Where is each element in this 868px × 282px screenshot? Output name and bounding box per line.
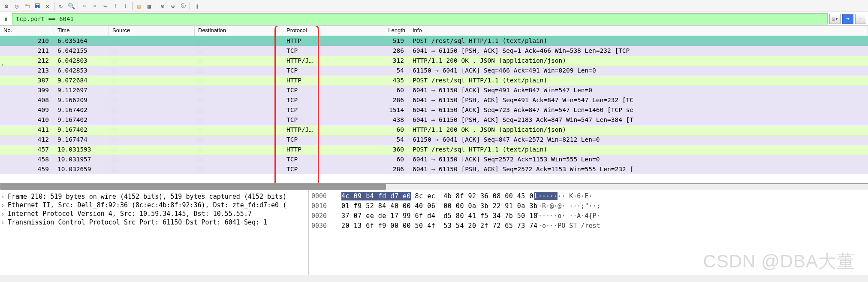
packet-bytes-pane[interactable]: 00004c 09 b4 fd d7 e0 8c ec 4b 8f 92 36 … xyxy=(309,190,868,275)
toolbar-separator xyxy=(132,2,133,10)
packet-row[interactable]: 45910.032659——TCP2866041 → 61150 [PSH, A… xyxy=(0,164,868,174)
column-header-time[interactable]: Time xyxy=(54,26,109,36)
scrollbar-thumb[interactable] xyxy=(0,184,386,190)
column-header-protocol[interactable]: Protocol xyxy=(283,26,323,36)
autoscroll-icon[interactable]: ▤ xyxy=(134,1,144,11)
goto-last-icon[interactable]: ⤓ xyxy=(121,1,130,11)
packet-list-header: No. Time Source Destination Protocol Len… xyxy=(0,26,868,36)
tree-tcp-row[interactable]: ›Transmission Control Protocol Src Port:… xyxy=(2,218,307,227)
packet-row[interactable]: 4129.167474——TCP5461150 → 6041 [ACK] Seq… xyxy=(0,135,868,145)
details-panes: ›Frame 210: 519 bytes on wire (4152 bits… xyxy=(0,190,868,275)
toolbar-separator xyxy=(190,2,190,10)
circle-icon[interactable]: ◎ xyxy=(12,1,21,11)
main-toolbar: ⚙ ◎ 🗀 🖬 ✕ ↻ 🔍 ⬅ ➡ ↪ ⤒ ⤓ ▤ ▦ ⊕ ⊖ ⦾ ⫼ xyxy=(0,0,868,12)
packet-row[interactable]: 45810.031957——TCP606041 → 61150 [ACK] Se… xyxy=(0,155,868,164)
close-icon[interactable]: ✕ xyxy=(43,1,52,11)
tree-frame-row[interactable]: ›Frame 210: 519 bytes on wire (4152 bits… xyxy=(2,192,307,201)
filter-add-button[interactable]: ＋ xyxy=(855,14,866,24)
column-header-length[interactable]: Length xyxy=(323,26,409,36)
toolbar-separator xyxy=(78,2,78,10)
column-header-source[interactable]: Source xyxy=(109,26,195,36)
filter-apply-button[interactable]: ➔ xyxy=(842,14,853,24)
filter-bookmark-icon[interactable]: ▮ xyxy=(2,15,10,23)
zoom-out-icon[interactable]: ⊖ xyxy=(168,1,178,11)
packet-rows-container[interactable]: 2106.035164——HTTP519POST /rest/sql HTTP/… xyxy=(0,36,868,182)
packet-row[interactable]: 4089.166209——TCP2866041 → 61150 [PSH, AC… xyxy=(0,95,868,105)
search-icon[interactable]: 🔍 xyxy=(66,1,76,11)
packet-row[interactable]: 4109.167402——TCP4386041 → 61150 [PSH, AC… xyxy=(0,115,868,125)
jump-icon[interactable]: ↪ xyxy=(100,1,110,11)
hex-row[interactable]: 003020 13 6f f9 00 00 50 4f 53 54 20 2f … xyxy=(311,221,865,231)
toolbar-separator xyxy=(54,2,54,10)
expand-icon[interactable]: › xyxy=(2,218,8,226)
go-forward-icon[interactable]: ➡ xyxy=(90,1,99,11)
current-packet-marker-icon xyxy=(0,61,7,70)
tree-ip-row[interactable]: ›Internet Protocol Version 4, Src: 10.59… xyxy=(2,209,307,218)
expand-icon[interactable]: › xyxy=(2,193,8,200)
packet-row[interactable]: 2116.042155——TCP2866041 → 61150 [PSH, AC… xyxy=(0,46,868,56)
packet-row[interactable]: 2136.042853——TCP5461150 → 6041 [ACK] Seq… xyxy=(0,66,868,76)
goto-first-icon[interactable]: ⤒ xyxy=(111,1,120,11)
colorize-icon[interactable]: ▦ xyxy=(145,1,154,11)
packet-row[interactable]: 45710.031593——HTTP360POST /rest/sql HTTP… xyxy=(0,145,868,155)
hex-row[interactable]: 002037 07 ee de 17 99 6f d4 d5 80 41 f5 … xyxy=(311,211,865,221)
packet-row[interactable]: 3999.112697——TCP606041 → 61150 [ACK] Seq… xyxy=(0,85,868,95)
packet-row[interactable]: 2126.042803——HTTP/J…312HTTP/1.1 200 OK ,… xyxy=(0,56,868,66)
expand-icon[interactable]: › xyxy=(2,210,8,217)
hex-row[interactable]: 001001 f9 52 84 40 00 40 06 00 00 0a 3b … xyxy=(311,201,865,211)
packet-details-tree[interactable]: ›Frame 210: 519 bytes on wire (4152 bits… xyxy=(0,190,309,275)
column-header-info[interactable]: Info xyxy=(409,26,868,36)
gear-icon[interactable]: ⚙ xyxy=(2,1,11,11)
folder-icon[interactable]: 🗀 xyxy=(22,1,32,11)
expand-icon[interactable]: › xyxy=(2,201,8,209)
packet-row[interactable]: 2106.035164——HTTP519POST /rest/sql HTTP/… xyxy=(0,36,868,46)
filter-clear-button[interactable]: ☒▾ xyxy=(829,14,841,24)
save-icon[interactable]: 🖬 xyxy=(33,1,42,11)
display-filter-input[interactable] xyxy=(12,13,828,24)
horizontal-scrollbar[interactable] xyxy=(0,184,868,190)
tree-ethernet-row[interactable]: ›Ethernet II, Src: Dell_8f:92:36 (8c:ec:… xyxy=(2,201,307,209)
zoom-reset-icon[interactable]: ⦾ xyxy=(178,1,188,11)
hex-row[interactable]: 00004c 09 b4 fd d7 e0 8c ec 4b 8f 92 36 … xyxy=(311,191,865,201)
resize-cols-icon[interactable]: ⫼ xyxy=(192,1,201,11)
reload-icon[interactable]: ↻ xyxy=(56,1,66,11)
packet-row[interactable]: 4119.167402——HTTP/J…60HTTP/1.1 200 OK , … xyxy=(0,125,868,135)
column-header-destination[interactable]: Destination xyxy=(195,26,283,36)
zoom-in-icon[interactable]: ⊕ xyxy=(158,1,167,11)
go-back-icon[interactable]: ⬅ xyxy=(80,1,89,11)
display-filter-bar: ▮ ☒▾ ➔ ＋ xyxy=(0,12,868,26)
packet-list-pane: No. Time Source Destination Protocol Len… xyxy=(0,26,868,184)
column-header-no[interactable]: No. xyxy=(0,26,54,36)
packet-row[interactable]: 3879.072684——HTTP435POST /rest/sql HTTP/… xyxy=(0,76,868,85)
packet-row[interactable]: 4099.167402——TCP15146041 → 61150 [ACK] S… xyxy=(0,105,868,115)
toolbar-separator xyxy=(156,2,156,10)
